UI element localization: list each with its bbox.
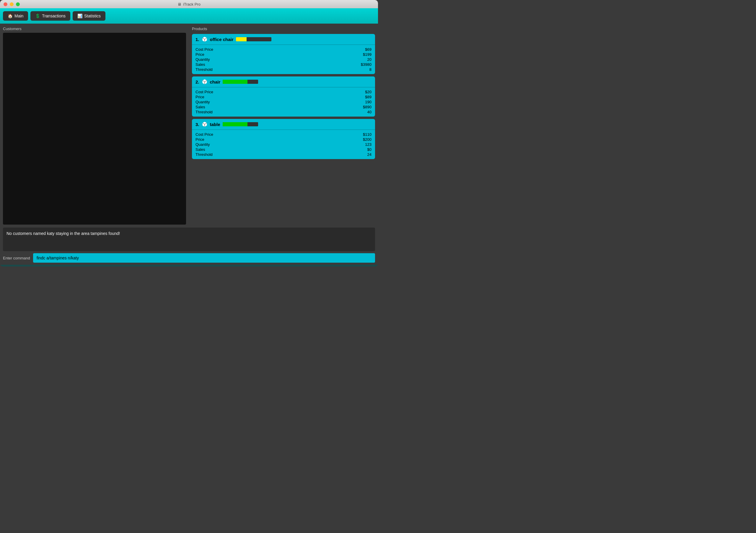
detail-sales-2: Sales $890	[196, 105, 371, 109]
cost-price-value-3: $110	[363, 132, 371, 137]
product-card-1: 1. office chair Cost Price $69	[192, 34, 375, 74]
detail-quantity-1: Quantity 20	[196, 57, 371, 62]
product-details-3: Cost Price $110 Price $200 Quantity 123 …	[192, 130, 375, 159]
quantity-value-3: 123	[365, 142, 371, 147]
customers-label: Customers	[3, 27, 186, 31]
stock-bar-fill-2	[223, 80, 248, 84]
product-card-3: 3. table Cost Price $110	[192, 119, 375, 159]
maximize-button[interactable]	[16, 2, 20, 6]
nav-main-button[interactable]: 🏠 Main	[3, 11, 28, 21]
quantity-label-2: Quantity	[196, 100, 210, 104]
detail-quantity-2: Quantity 190	[196, 100, 371, 104]
threshold-value-3: 24	[367, 152, 371, 157]
title-text: iTrack Pro	[183, 2, 201, 7]
status-bar: ./data/inventorysystem.json	[0, 265, 378, 266]
detail-threshold-3: Threshold 24	[196, 152, 371, 157]
cost-price-label-3: Cost Price	[196, 132, 213, 137]
sales-value-3: $0	[367, 147, 371, 152]
stock-bar-bg-3	[223, 122, 258, 126]
detail-price-2: Price $89	[196, 95, 371, 99]
price-label-3: Price	[196, 137, 204, 142]
threshold-label-2: Threshold	[196, 110, 213, 114]
detail-threshold-1: Threshold 8	[196, 67, 371, 72]
product-icon-1	[202, 36, 208, 42]
product-header-1: 1. office chair	[192, 34, 375, 44]
statistics-icon: 📊	[77, 13, 82, 18]
product-name-3: table	[210, 122, 220, 127]
main-content: Customers Products 1. office chair	[0, 24, 378, 228]
window-controls	[4, 2, 20, 6]
transactions-icon: 💲	[35, 13, 40, 18]
output-area: No customers named katy staying in the a…	[3, 228, 375, 251]
detail-price-1: Price $199	[196, 52, 371, 57]
close-button[interactable]	[4, 2, 7, 6]
stock-bar-fill-1	[236, 37, 247, 41]
cost-price-value-2: $20	[365, 90, 371, 94]
customers-list	[3, 33, 186, 225]
threshold-value-2: 40	[367, 110, 371, 114]
products-panel: Products 1. office chair	[189, 24, 378, 228]
nav-statistics-label: Statistics	[84, 13, 101, 18]
product-details-1: Cost Price $69 Price $199 Quantity 20 Sa…	[192, 44, 375, 74]
cost-price-value-1: $69	[365, 47, 371, 52]
detail-sales-1: Sales $3980	[196, 62, 371, 67]
price-value-2: $89	[365, 95, 371, 99]
product-header-3: 3. table	[192, 119, 375, 130]
threshold-label-1: Threshold	[196, 67, 213, 72]
product-icon-2	[202, 79, 208, 85]
product-card-2: 2. chair Cost Price $20	[192, 76, 375, 116]
price-value-1: $199	[363, 52, 371, 57]
nav-transactions-button[interactable]: 💲 Transactions	[30, 11, 70, 21]
product-header-2: 2. chair	[192, 76, 375, 87]
products-label: Products	[192, 27, 375, 31]
threshold-label-3: Threshold	[196, 152, 213, 157]
detail-quantity-3: Quantity 123	[196, 142, 371, 147]
threshold-value-1: 8	[369, 67, 371, 72]
price-label-2: Price	[196, 95, 204, 99]
window-title: 🖥 iTrack Pro	[177, 2, 201, 7]
nav-transactions-label: Transactions	[42, 13, 66, 18]
home-icon: 🏠	[8, 13, 13, 18]
minimize-button[interactable]	[10, 2, 14, 6]
sales-label-1: Sales	[196, 62, 205, 67]
stock-bar-bg-2	[223, 80, 258, 84]
detail-cost-price-1: Cost Price $69	[196, 47, 371, 52]
detail-cost-price-3: Cost Price $110	[196, 132, 371, 137]
detail-price-3: Price $200	[196, 137, 371, 142]
nav-main-label: Main	[14, 13, 23, 18]
command-label: Enter command	[3, 256, 30, 260]
command-row: Enter command	[0, 251, 378, 265]
stock-bar-fill-3	[223, 122, 248, 126]
product-rank-3: 3.	[196, 122, 199, 127]
stock-bar-bg-1	[236, 37, 271, 41]
sales-value-1: $3980	[361, 62, 371, 67]
detail-sales-3: Sales $0	[196, 147, 371, 152]
product-icon-3	[202, 121, 208, 127]
quantity-label-1: Quantity	[196, 57, 210, 62]
product-rank-2: 2.	[196, 79, 199, 85]
customers-panel: Customers	[0, 24, 189, 228]
cost-price-label-1: Cost Price	[196, 47, 213, 52]
product-rank-1: 1.	[196, 37, 199, 42]
output-message: No customers named katy staying in the a…	[7, 231, 120, 236]
quantity-value-2: 190	[365, 100, 371, 104]
sales-value-2: $890	[363, 105, 371, 109]
title-icon: 🖥	[177, 2, 181, 7]
quantity-label-3: Quantity	[196, 142, 210, 147]
price-label-1: Price	[196, 52, 204, 57]
product-name-2: chair	[210, 79, 221, 85]
nav-bar: 🏠 Main 💲 Transactions 📊 Statistics	[0, 8, 378, 24]
nav-statistics-button[interactable]: 📊 Statistics	[73, 11, 105, 21]
sales-label-2: Sales	[196, 105, 205, 109]
title-bar: 🖥 iTrack Pro	[0, 0, 378, 8]
product-details-2: Cost Price $20 Price $89 Quantity 190 Sa…	[192, 87, 375, 116]
product-name-1: office chair	[210, 37, 233, 42]
detail-cost-price-2: Cost Price $20	[196, 90, 371, 94]
quantity-value-1: 20	[367, 57, 371, 62]
cost-price-label-2: Cost Price	[196, 90, 213, 94]
command-input[interactable]	[33, 253, 375, 263]
sales-label-3: Sales	[196, 147, 205, 152]
price-value-3: $200	[363, 137, 371, 142]
detail-threshold-2: Threshold 40	[196, 110, 371, 114]
